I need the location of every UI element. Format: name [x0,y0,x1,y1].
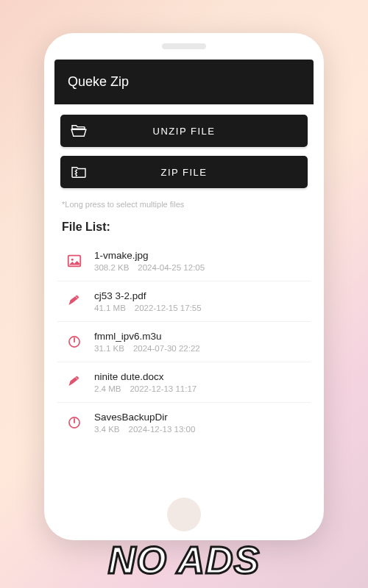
file-size: 308.2 KB [94,263,129,272]
app-screen: Queke Zip UNZIP FILE [54,60,314,506]
pencil-icon [63,371,85,393]
app-title: Queke Zip [68,74,129,89]
file-size: 41.1 MB [94,304,126,312]
file-subtext: 2.4 MB2022-12-13 11:17 [94,384,305,393]
file-size: 2.4 MB [94,384,121,393]
folder-open-icon [71,124,87,137]
file-date: 2022-12-13 11:17 [130,384,197,393]
file-size: 3.4 KB [94,425,120,434]
file-meta: 1-vmake.jpg308.2 KB2024-04-25 12:05 [94,250,305,272]
file-meta: fmml_ipv6.m3u31.1 KB2024-07-30 22:22 [94,331,305,353]
file-list-title: File List: [54,216,314,241]
file-row[interactable]: 1-vmake.jpg308.2 KB2024-04-25 12:05 [57,241,311,282]
file-row[interactable]: cj53 3-2.pdf41.1 MB2022-12-15 17:55 [57,282,311,322]
file-size: 31.1 KB [94,344,124,353]
phone-frame: Queke Zip UNZIP FILE [44,33,324,540]
file-meta: ninite dute.docx2.4 MB2022-12-13 11:17 [94,371,305,393]
zip-button[interactable]: ZIP FILE [60,156,308,188]
power-icon [63,412,85,434]
promo-banner: NO ADS [108,538,260,582]
file-subtext: 308.2 KB2024-04-25 12:05 [94,263,305,272]
power-icon [63,331,85,353]
zip-button-label: ZIP FILE [87,167,297,178]
svg-point-1 [71,259,74,261]
file-date: 2022-12-15 17:55 [135,304,202,312]
file-meta: SavesBackupDir3.4 KB2024-12-13 13:00 [94,412,305,434]
unzip-button-label: UNZIP FILE [87,126,297,137]
file-date: 2024-12-13 13:00 [129,425,196,434]
file-list: 1-vmake.jpg308.2 KB2024-04-25 12:05cj53 … [54,241,314,442]
file-name: SavesBackupDir [94,412,305,423]
file-subtext: 31.1 KB2024-07-30 22:22 [94,344,305,353]
file-date: 2024-04-25 12:05 [138,263,205,272]
multi-select-hint: *Long press to select multiple files [54,200,314,216]
file-row[interactable]: ninite dute.docx2.4 MB2022-12-13 11:17 [57,362,311,403]
app-header: Queke Zip [54,60,314,104]
file-subtext: 3.4 KB2024-12-13 13:00 [94,425,305,434]
image-icon [63,250,85,272]
pencil-icon [63,290,85,312]
file-row[interactable]: SavesBackupDir3.4 KB2024-12-13 13:00 [57,403,311,442]
file-name: cj53 3-2.pdf [94,290,305,301]
phone-speaker [162,43,206,49]
file-name: 1-vmake.jpg [94,250,305,261]
phone-home-button[interactable] [167,498,201,531]
file-name: ninite dute.docx [94,371,305,382]
file-subtext: 41.1 MB2022-12-15 17:55 [94,304,305,312]
unzip-button[interactable]: UNZIP FILE [60,115,308,147]
file-date: 2024-07-30 22:22 [133,344,200,353]
action-button-area: UNZIP FILE ZIP FILE [54,104,314,200]
zip-folder-icon [71,165,87,179]
file-name: fmml_ipv6.m3u [94,331,305,342]
file-row[interactable]: fmml_ipv6.m3u31.1 KB2024-07-30 22:22 [57,322,311,362]
file-meta: cj53 3-2.pdf41.1 MB2022-12-15 17:55 [94,290,305,312]
